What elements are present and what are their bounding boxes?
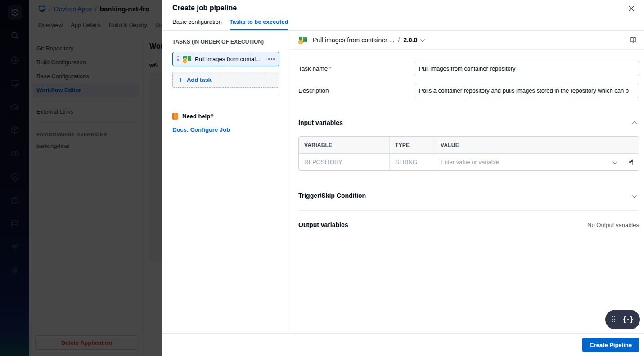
container-pull-task-icon bbox=[183, 54, 192, 63]
tab-tasks-to-be-executed[interactable]: Tasks to be executed bbox=[230, 18, 288, 30]
add-task-button[interactable]: + Add task bbox=[172, 72, 279, 88]
column-header-type: TYPE bbox=[390, 137, 435, 153]
description-label: Description bbox=[298, 87, 414, 94]
tasks-panel-heading: TASKS (IN ORDER OF EXECUTION) bbox=[172, 39, 279, 45]
table-header-row: VARIABLE TYPE VALUE bbox=[299, 137, 639, 154]
task-name-row: Task name* bbox=[298, 61, 639, 76]
description-row: Description bbox=[298, 83, 639, 98]
code-braces-icon[interactable]: {·} bbox=[622, 316, 633, 324]
description-input[interactable] bbox=[414, 83, 639, 98]
value-dropdown-chevron-icon[interactable] bbox=[612, 159, 617, 164]
book-icon bbox=[172, 113, 178, 120]
need-help-row: Need help? bbox=[172, 113, 279, 120]
task-connector-line bbox=[226, 66, 226, 72]
value-input[interactable]: Enter value or variable bbox=[441, 159, 613, 165]
task-name-input[interactable] bbox=[414, 61, 639, 76]
trigger-skip-heading: Trigger/Skip Condition bbox=[298, 192, 366, 199]
docs-configure-job-link[interactable]: Docs: Configure Job bbox=[172, 126, 279, 133]
task-detail-content: Task name* Description Input variables bbox=[289, 50, 644, 228]
close-icon[interactable] bbox=[626, 3, 637, 14]
input-variables-heading: Input variables bbox=[298, 119, 343, 126]
section-divider bbox=[298, 180, 639, 180]
more-menu-icon[interactable] bbox=[268, 57, 275, 61]
sliders-icon bbox=[628, 159, 635, 165]
variable-name-cell: REPOSITORY bbox=[299, 154, 390, 170]
input-variables-header: Input variables bbox=[298, 117, 639, 129]
container-pull-task-icon bbox=[298, 36, 307, 44]
input-variables-table: VARIABLE TYPE VALUE REPOSITORY STRING bbox=[298, 136, 639, 171]
create-pipeline-button[interactable]: Create Pipeline bbox=[582, 338, 639, 352]
task-item-label: Pull images from contai... bbox=[195, 56, 265, 62]
task-list-item[interactable]: Pull images from contai... bbox=[172, 52, 279, 66]
drag-handle-icon[interactable] bbox=[177, 56, 180, 62]
required-asterisk: * bbox=[329, 65, 331, 72]
column-header-variable: VARIABLE bbox=[299, 137, 390, 153]
output-variables-row: Output variables No Output variables bbox=[298, 221, 639, 228]
screen: / Devtron Apps / banking-nxt-fro Overvie… bbox=[0, 0, 644, 356]
need-help-label: Need help? bbox=[182, 113, 214, 120]
modal-tabs: Basic configuration Tasks to be executed bbox=[172, 18, 288, 30]
chevron-down-icon[interactable] bbox=[420, 37, 425, 42]
task-detail-header: Pull images from container ... / 2.0.0 bbox=[289, 31, 644, 50]
output-variables-empty-text: No Output variables bbox=[587, 222, 639, 228]
modal-footer: Create Pipeline bbox=[162, 333, 644, 356]
panel-divider bbox=[172, 96, 279, 96]
trigger-skip-header: Trigger/Skip Condition bbox=[298, 190, 639, 201]
task-detail-title: Pull images from container ... bbox=[313, 36, 394, 44]
modal-body: TASKS (IN ORDER OF EXECUTION) Pull image… bbox=[162, 31, 644, 333]
expand-chevron-down-icon[interactable] bbox=[630, 190, 639, 201]
task-detail-panel: Pull images from container ... / 2.0.0 T… bbox=[289, 31, 644, 333]
drag-handle-icon[interactable] bbox=[612, 316, 617, 323]
variable-type-cell: STRING bbox=[390, 154, 435, 170]
title-version-separator: / bbox=[398, 36, 400, 44]
tab-basic-configuration[interactable]: Basic configuration bbox=[172, 18, 222, 30]
task-name-label: Task name* bbox=[298, 65, 414, 72]
table-row: REPOSITORY STRING Enter value or variabl… bbox=[299, 154, 639, 170]
task-version[interactable]: 2.0.0 bbox=[403, 36, 417, 44]
section-divider bbox=[298, 107, 639, 107]
plus-icon: + bbox=[178, 76, 183, 84]
tasks-panel: TASKS (IN ORDER OF EXECUTION) Pull image… bbox=[162, 31, 289, 333]
collapse-chevron-up-icon[interactable] bbox=[630, 117, 639, 129]
add-task-label: Add task bbox=[187, 76, 212, 83]
section-divider bbox=[298, 210, 639, 211]
create-job-pipeline-modal: Create job pipeline Basic configuration … bbox=[162, 0, 644, 356]
open-docs-book-icon[interactable] bbox=[629, 36, 638, 44]
floating-variables-widget[interactable]: {·} bbox=[605, 310, 640, 329]
format-options-button[interactable] bbox=[623, 159, 639, 165]
column-header-value: VALUE bbox=[435, 137, 639, 153]
output-variables-heading: Output variables bbox=[298, 221, 348, 228]
variable-value-cell: Enter value or variable bbox=[435, 154, 639, 170]
modal-title: Create job pipeline bbox=[172, 4, 237, 12]
